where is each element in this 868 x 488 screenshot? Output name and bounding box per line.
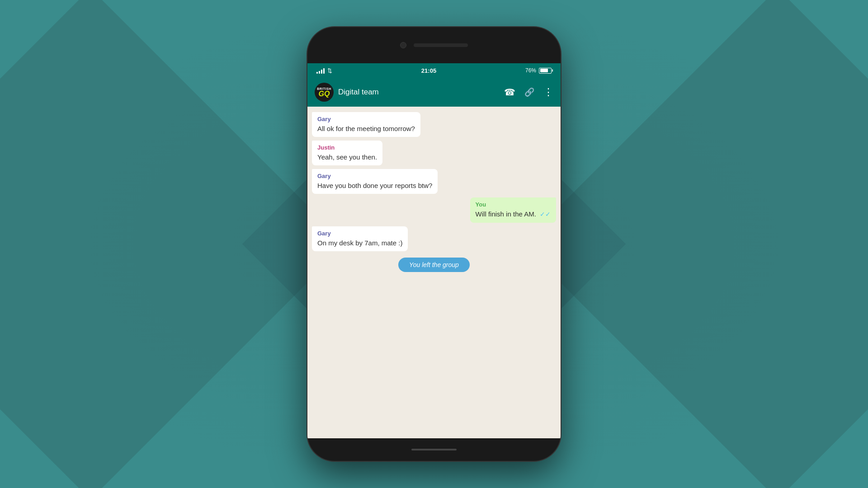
phone-call-icon[interactable]: ☎ (504, 87, 515, 98)
signal-bar-2 (319, 71, 320, 74)
group-avatar: BRITISH GQ (315, 83, 334, 102)
sender-name: Justin (317, 144, 377, 151)
status-time: 21:05 (421, 67, 436, 74)
phone-screen: ⇅ 21:05 76% BRITISH GQ Digital team ☎ � (307, 63, 561, 438)
message-row: Gary On my desk by 7am, mate :) (312, 226, 556, 251)
message-bubble: You Will finish in the AM. ✓✓ (470, 197, 556, 223)
signal-bar-4 (323, 68, 325, 74)
header-icons: ☎ 🔗 ⋮ (504, 86, 553, 98)
message-bubble: Gary On my desk by 7am, mate :) (312, 226, 408, 251)
logo-gq-text: GQ (319, 90, 330, 98)
message-row: Gary All ok for the meeting tomorrow? (312, 112, 556, 137)
more-options-icon[interactable]: ⋮ (543, 86, 553, 98)
message-bubble: Justin Yeah, see you then. (312, 141, 382, 165)
status-right: 76% (525, 67, 552, 74)
sender-name: Gary (317, 173, 432, 179)
bubble-text: Have you both done your reports btw? (317, 181, 432, 190)
system-message-container: You left the group (312, 258, 556, 272)
bubble-text: Will finish in the AM. ✓✓ (476, 209, 551, 219)
video-call-icon[interactable]: 🔗 (524, 87, 534, 97)
chat-header: BRITISH GQ Digital team ☎ 🔗 ⋮ (307, 78, 561, 107)
message-bubble: Gary All ok for the meeting tomorrow? (312, 112, 420, 137)
message-bubble: Gary Have you both done your reports btw… (312, 169, 438, 194)
wifi-icon: ⇅ (327, 67, 332, 74)
message-ticks: ✓✓ (540, 211, 551, 218)
signal-bar-1 (316, 72, 318, 74)
sender-name: Gary (317, 116, 415, 122)
group-name: Digital team (338, 88, 500, 97)
signal-bar-3 (321, 70, 322, 74)
home-indicator (411, 449, 457, 450)
bubble-text: On my desk by 7am, mate :) (317, 238, 402, 248)
phone-camera (400, 42, 406, 48)
bubble-text: Yeah, see you then. (317, 152, 377, 162)
sender-name: You (476, 201, 551, 208)
sender-name: Gary (317, 230, 402, 237)
signal-bars (316, 67, 325, 74)
bubble-text: All ok for the meeting tomorrow? (317, 124, 415, 133)
phone-bottom-bar (307, 438, 561, 461)
status-left: ⇅ (316, 67, 332, 74)
chat-bottom (307, 411, 561, 438)
battery-percent: 76% (525, 67, 536, 74)
phone-top-bar (307, 27, 561, 63)
status-bar: ⇅ 21:05 76% (307, 63, 561, 78)
message-row: You Will finish in the AM. ✓✓ (312, 197, 556, 223)
gq-logo: BRITISH GQ (317, 87, 331, 98)
message-row: Gary Have you both done your reports btw… (312, 169, 556, 194)
battery-icon (539, 68, 552, 74)
phone: ⇅ 21:05 76% BRITISH GQ Digital team ☎ � (307, 27, 561, 461)
message-row: Justin Yeah, see you then. (312, 141, 556, 165)
battery-fill (540, 69, 548, 72)
phone-speaker (414, 43, 468, 47)
system-message-bubble: You left the group (398, 258, 470, 272)
chat-area: Gary All ok for the meeting tomorrow? Ju… (307, 107, 561, 411)
